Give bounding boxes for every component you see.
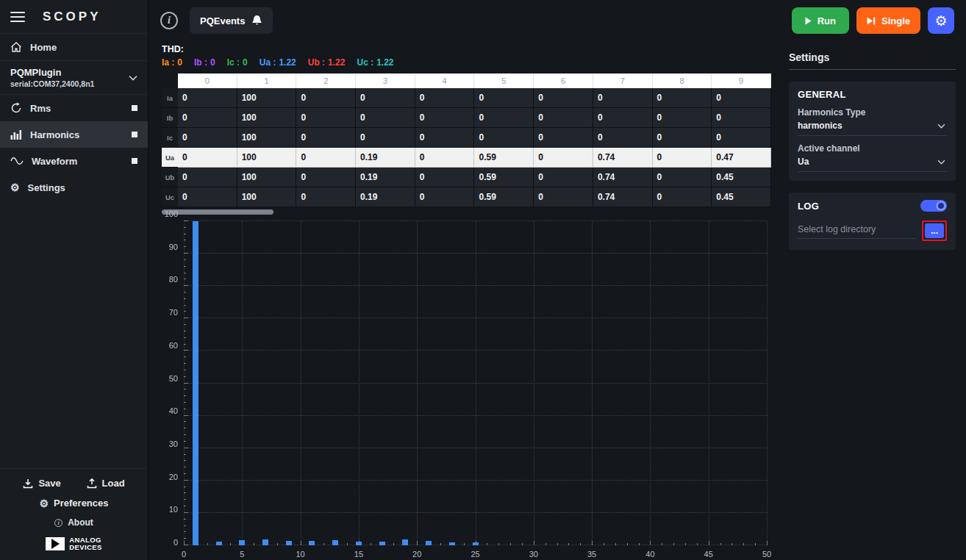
menu-icon[interactable] — [10, 9, 25, 25]
general-heading: GENERAL — [798, 89, 947, 100]
thd-channel-Ub: Ub :1.22 — [308, 57, 346, 68]
table-cell: 0.59 — [474, 187, 534, 207]
chart-xlabels: 05101520253035404550 — [184, 547, 767, 560]
x-axis-tick — [254, 543, 254, 545]
table-row-Uc[interactable]: Uc010000.1900.5900.7400.45 — [162, 187, 771, 207]
table-cell: 0.74 — [593, 187, 653, 207]
about-button[interactable]: i About — [0, 513, 148, 532]
table-cell: 0 — [474, 128, 534, 148]
y-axis-tick — [184, 344, 186, 345]
gridline-vertical — [417, 221, 418, 545]
y-tick-label: 100 — [165, 209, 178, 218]
y-axis-tick — [184, 227, 186, 228]
y-axis-tick — [184, 305, 186, 306]
table-cell: 0 — [178, 168, 237, 187]
info-icon: i — [54, 519, 62, 527]
stop-indicator-icon[interactable] — [132, 105, 137, 111]
single-button[interactable]: Single — [856, 7, 920, 34]
row-label: Ib — [162, 108, 178, 128]
thd-values: Ia :0Ib :0Ic :0Ua :1.22Ub :1.22Uc :1.22 — [162, 57, 771, 68]
table-cell: 0 — [653, 128, 712, 148]
x-tick-label: 35 — [587, 550, 596, 559]
stop-indicator-icon[interactable] — [132, 158, 137, 164]
x-tick-label: 45 — [704, 550, 713, 559]
browse-directory-button[interactable]: ... — [925, 223, 944, 238]
table-cell: 100 — [237, 187, 297, 207]
sidebar-footer: Save Load ⚙ Preferences i About ANALOG D — [0, 468, 148, 560]
table-row-Ib[interactable]: Ib010000000000 — [162, 108, 771, 128]
table-cell: 0.59 — [474, 168, 534, 187]
gridline-vertical — [359, 221, 359, 545]
table-row-Ia[interactable]: Ia010000000000 — [162, 88, 771, 108]
x-tick-label: 15 — [354, 550, 363, 559]
horizontal-scrollbar[interactable] — [162, 209, 771, 215]
sidebar-item-pqmplugin[interactable]: PQMPlugin serial:COM37,2400,8n1 — [0, 61, 148, 94]
x-axis-tick — [230, 543, 231, 545]
log-directory-input[interactable] — [798, 223, 916, 239]
x-axis-tick — [323, 543, 324, 545]
y-axis-tick — [184, 356, 186, 357]
x-axis-tick — [301, 541, 301, 545]
x-axis-tick — [650, 541, 651, 545]
play-icon — [805, 17, 812, 25]
stop-indicator-icon[interactable] — [132, 132, 137, 137]
y-axis-tick — [184, 292, 186, 292]
settings-panel-title: Settings — [789, 51, 956, 70]
chart-bar-h21 — [426, 541, 432, 545]
x-axis-tick — [767, 541, 768, 545]
y-tick-label: 0 — [173, 538, 178, 547]
scrollbar-thumb[interactable] — [162, 209, 273, 215]
save-button[interactable]: Save — [23, 478, 60, 489]
pqevents-button[interactable]: PQEvents — [190, 7, 273, 34]
table-row-Ub[interactable]: Ub010000.1900.5900.7400.45 — [162, 168, 771, 187]
thd-channel-Ib: Ib :0 — [194, 57, 215, 68]
main-area: i PQEvents Run Single ⚙ THD: — [149, 0, 966, 560]
chart-bar-h7 — [262, 539, 268, 545]
harmonics-type-dropdown[interactable]: harmonics — [798, 118, 947, 136]
table-cell: 0 — [296, 168, 356, 187]
y-tick-label: 80 — [169, 275, 178, 284]
y-axis-tick — [184, 499, 186, 500]
load-button[interactable]: Load — [87, 478, 125, 489]
y-axis-tick — [184, 395, 186, 396]
y-axis-tick — [184, 259, 186, 260]
x-axis-tick — [393, 543, 394, 545]
table-cell: 0 — [178, 108, 237, 128]
sidebar-item-home[interactable]: Home — [0, 34, 148, 60]
x-axis-tick — [510, 543, 511, 545]
y-axis-tick — [184, 428, 186, 428]
sidebar-item-harmonics[interactable]: Harmonics — [0, 121, 148, 148]
home-icon — [10, 42, 22, 52]
x-axis-tick — [277, 543, 278, 545]
table-cell: 0 — [534, 108, 593, 128]
topbar-right: Run Single ⚙ — [792, 7, 954, 34]
sidebar-item-waveform[interactable]: Waveform — [0, 148, 148, 174]
app-root: SCOPY Home PQMPlugin serial:COM37,2400,8… — [0, 0, 966, 560]
sidebar-item-rms[interactable]: Rms — [0, 95, 148, 121]
center-panel: THD: Ia :0Ib :0Ic :0Ua :1.22Ub :1.22Uc :… — [149, 41, 779, 560]
table-column-header: 7 — [593, 73, 653, 88]
row-label: Ia — [162, 88, 178, 108]
x-tick-label: 30 — [529, 550, 538, 559]
active-channel-dropdown[interactable]: Ua — [798, 154, 947, 172]
harmonics-type-value: harmonics — [798, 121, 842, 131]
x-axis-tick — [755, 543, 756, 545]
general-section: GENERAL Harmonics Type harmonics Active … — [789, 82, 956, 181]
table-cell: 0.59 — [474, 148, 534, 168]
y-tick-label: 10 — [169, 505, 178, 514]
table-cell: 0 — [296, 88, 356, 108]
preferences-button[interactable]: ⚙ Preferences — [0, 493, 148, 513]
thd-channel-Ic: Ic :0 — [227, 57, 248, 68]
table-cell: 0 — [296, 148, 356, 168]
table-cell: 0 — [534, 128, 593, 148]
sidebar-item-settings[interactable]: ⚙ Settings — [0, 174, 148, 201]
table-row-Ua[interactable]: Ua010000.1900.5900.7400.47 — [162, 148, 771, 168]
settings-gear-button[interactable]: ⚙ — [928, 7, 954, 34]
y-axis-tick — [184, 324, 186, 325]
log-section: LOG ... — [789, 193, 956, 250]
info-icon[interactable]: i — [160, 12, 178, 29]
run-button[interactable]: Run — [792, 7, 849, 34]
x-axis-tick — [464, 543, 465, 545]
table-row-Ic[interactable]: Ic010000000000 — [162, 128, 771, 148]
log-toggle[interactable] — [920, 200, 947, 212]
